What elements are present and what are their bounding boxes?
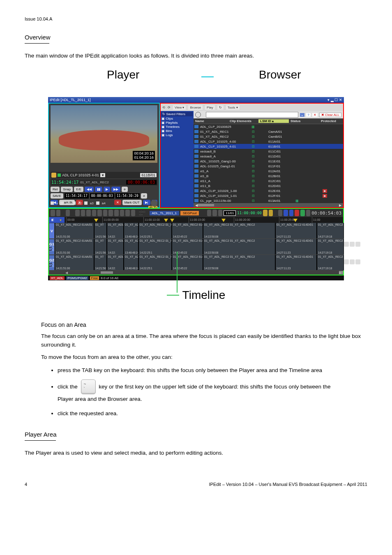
tl-edit-2[interactable] xyxy=(81,210,85,216)
clip-segment[interactable]: 01_XT_ADL_REC2 614C/0114:22:45:22 xyxy=(172,223,203,238)
list-item[interactable]: xt1_B⊡612B/01 xyxy=(194,173,343,178)
help-icon[interactable]: ? xyxy=(306,113,310,117)
tl-edit-4[interactable] xyxy=(92,210,97,216)
tl-edit-3[interactable] xyxy=(86,210,91,216)
list-item[interactable]: ADL_CLP_101025_4-01⊡611B/01 xyxy=(194,144,343,149)
tl-zoom-3[interactable] xyxy=(218,210,223,216)
list-item[interactable]: xt1_A⊡612A/01 xyxy=(194,169,343,173)
tl-btn-2[interactable] xyxy=(56,210,61,216)
clip-segment[interactable]: 01_XT_ADL_14:22: xyxy=(107,255,124,271)
out-tc[interactable]: 11:54:30:20 xyxy=(115,193,140,199)
list-item[interactable]: 01_XT_ADL_REC2⊡CamB/01 xyxy=(194,134,343,139)
list-item[interactable]: xedoadl_B⊡611C/01 xyxy=(194,149,343,154)
tree-timelines[interactable]: ▣ Timelines xyxy=(161,125,193,129)
tl-rec[interactable] xyxy=(295,210,299,216)
clip-segment[interactable]: 01_XT14:21:56:18 xyxy=(94,255,107,271)
g2-monitor-icon[interactable] xyxy=(355,259,360,264)
clip-segment[interactable]: 01_XT_ADL_REC214:27:19:18 xyxy=(317,223,344,238)
timeline-ruler[interactable]: ◧▼ 00:00 11:00:05:00 11:00:10:00 11:00:1… xyxy=(49,217,343,223)
list-item[interactable]: ADL-101025_Gang1-01⊡611F/01 xyxy=(194,164,343,169)
clip-segment[interactable]: 01_XT14:21:56:18 xyxy=(94,223,107,238)
tree-logs[interactable]: ▣ Logs xyxy=(161,133,193,137)
timeline-name[interactable]: ADL_TL_2011_1 xyxy=(150,211,180,215)
list-item[interactable]: 01_XT_ADL_REC1⊡CamA/01 xyxy=(194,129,343,134)
clip-segment[interactable]: 01_XT14:21:56:18 xyxy=(94,239,107,254)
append-button[interactable]: ⎆ xyxy=(141,193,147,199)
tl-mk-right[interactable] xyxy=(269,210,273,216)
list-item[interactable]: xt11_A⊡612C/01 xyxy=(194,178,343,183)
list-item[interactable]: ADL_CLIP_101028_1-00⊡612E/01■ xyxy=(194,188,343,193)
g1-link-icon[interactable] xyxy=(350,242,355,247)
tl-mk-left[interactable] xyxy=(263,210,267,216)
tl-edit-1[interactable] xyxy=(75,210,80,216)
list-item[interactable]: xedoadl_A⊡611D/01 xyxy=(194,154,343,159)
view-menu[interactable]: View ▾ xyxy=(173,105,186,110)
clip-segment[interactable]: 01_XT_ADL_REC2 01_XT_ADL_REC214:22:50:08 xyxy=(203,255,275,271)
track-v[interactable]: V xyxy=(49,223,55,239)
track-g2[interactable]: G2 a3, a4 xyxy=(49,255,55,271)
tl-go[interactable] xyxy=(300,210,305,216)
goto-button[interactable]: ⎆ xyxy=(122,187,128,192)
column-headers[interactable]: Name Clip Elements LSM ID ▴ Status Prote… xyxy=(194,118,343,124)
chan-a4-check[interactable] xyxy=(96,201,99,205)
timeline-segout[interactable]: SEGPout xyxy=(180,211,199,215)
tl-zoom-2[interactable] xyxy=(212,210,217,216)
browse-menu[interactable]: Browse xyxy=(188,105,203,110)
window-buttons[interactable]: ▾ ▂ ☐ ✕ xyxy=(327,97,342,103)
search-icon[interactable] xyxy=(195,112,201,118)
clip-selector[interactable]: ADL CLP 101025 4-01 ▾ 611B/01 xyxy=(51,172,157,178)
clip-segment[interactable]: 01_XT_ADL_REC2 01_XT_ADL_REC214:22:25:1 xyxy=(138,255,172,271)
tools-menu[interactable]: Tools ▾ xyxy=(226,105,240,110)
g2-edit-icon[interactable] xyxy=(344,259,349,264)
dropdown-icon[interactable]: ▾ xyxy=(100,173,105,177)
next-button[interactable]: ▶▶ xyxy=(111,187,120,192)
clip-segment[interactable]: 01_XT_ADL_REC2 614A/0114:21:51:00 xyxy=(55,223,94,238)
clear-all-button[interactable]: ✖ Clear ALL xyxy=(319,113,341,117)
list-item[interactable]: CL_pge_101115b-00⊡613A/01▦ xyxy=(194,198,343,203)
tree-bins[interactable]: ▣ Bins xyxy=(161,129,193,133)
clip-segment[interactable]: 01_XT_ADL_REC2 614A/0114:21:51:00 xyxy=(55,239,94,254)
dur-tc[interactable]: 00:00:06:03 xyxy=(90,193,114,199)
timeline-scrollbar[interactable]: ◀ ▶ xyxy=(49,271,343,275)
list-item[interactable]: ADL_CLP_20100825▦ xyxy=(194,124,343,129)
tl-edit-6[interactable] xyxy=(103,210,108,216)
clip-segment[interactable]: 01_XT_ADL_REC214:27:19:18 xyxy=(317,239,344,254)
browser-scrollbar[interactable]: ◀▶ xyxy=(194,203,343,207)
close-icon[interactable]: ✕ xyxy=(312,113,318,117)
save-button[interactable]: SAVE xyxy=(51,193,63,199)
g1-monitor-icon[interactable] xyxy=(355,242,360,247)
clip-segment[interactable]: 01_XT_ADL_REC2 01_XT_ADL_REC214:22:25:1 xyxy=(138,223,172,238)
list-item[interactable]: ADL_CLP_101025_4-00⊡611A/01 xyxy=(194,139,343,144)
clip-segment[interactable]: 01_XT_ADL_REC2 614A/0114:21:51:00 xyxy=(55,255,94,271)
clip-segment[interactable]: 01_XT_ADL_REC2 01_XT_ADL_REC214:22:50:08 xyxy=(203,239,275,254)
clip-segment[interactable]: 01_XT_ADL_REC2 01_XT_ADL_REC214:22:25:1 xyxy=(138,239,172,254)
search-input[interactable] xyxy=(206,112,298,118)
shuttle-wheel[interactable] xyxy=(151,200,157,206)
tl-edit-10[interactable] xyxy=(125,210,130,216)
track-row[interactable]: 01_XT_ADL_REC2 614A/0114:21:51:00 01_XT1… xyxy=(55,223,344,239)
clip-segment[interactable]: 01_XT_ADL_REC2 614D/0114:27:11:23 xyxy=(275,239,317,254)
tl-pause[interactable] xyxy=(284,210,288,216)
clip-segment[interactable]: 01_XT_ADL_REC214:27:19:18 xyxy=(317,255,344,271)
play-button[interactable]: ▶ xyxy=(104,187,110,192)
timeline-tracks[interactable]: 01_XT_ADL_REC2 614A/0114:21:51:00 01_XT1… xyxy=(55,223,344,271)
tl-zoom-1[interactable] xyxy=(207,210,212,216)
video-preview[interactable]: 00:04:20:16 01:04:20:16 xyxy=(51,105,157,163)
clip-segment[interactable]: 01_XT_ADL_14:22: xyxy=(107,223,124,238)
browser-rows[interactable]: ADL_CLP_20100825▦01_XT_ADL_REC1⊡CamA/010… xyxy=(194,124,343,203)
ret-button[interactable]: Ret xyxy=(51,187,60,192)
list-item[interactable]: xt11_B⊡612D/01 xyxy=(194,183,343,188)
track-g1[interactable]: G1 a1, a2 xyxy=(49,239,55,255)
g1-edit-icon[interactable] xyxy=(344,242,349,247)
ee-button[interactable]: E/E xyxy=(74,187,83,192)
tl-edit-5[interactable] xyxy=(97,210,102,216)
chan-a2-check[interactable] xyxy=(72,201,76,205)
list-item[interactable]: ADL_CLIP_101028_1-01⊡612F/01■ xyxy=(194,193,343,198)
tree-panel[interactable]: ↻ Saved Filters ▣ Clips ▣ Playlists ▣ Ti… xyxy=(161,111,194,207)
prev-button[interactable]: ◀◀ xyxy=(85,187,94,192)
list-item[interactable]: ADL_101025_Gang1-00⊡611E/01 xyxy=(194,159,343,164)
tl-stop[interactable] xyxy=(278,210,283,216)
snap-button[interactable]: Snap xyxy=(61,187,73,192)
play-menu[interactable]: Play xyxy=(205,105,215,110)
in-tc[interactable]: 11:54:24:17 xyxy=(65,193,89,199)
